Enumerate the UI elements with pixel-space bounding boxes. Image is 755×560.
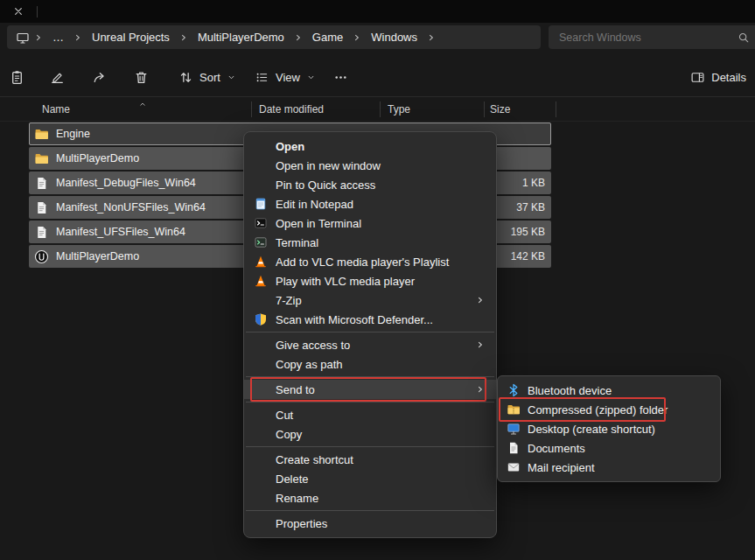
file-name: MultiPlayerDemo xyxy=(56,250,139,262)
column-headers: Name Date modified Type Size xyxy=(0,98,755,122)
paste-button[interactable] xyxy=(2,62,31,92)
search-input[interactable] xyxy=(549,32,738,44)
menu-item-label: Terminal xyxy=(276,236,318,249)
menu-item-open[interactable]: Open xyxy=(244,136,496,156)
column-header-name[interactable]: Name xyxy=(42,103,70,116)
menu-item-compressed-zipped-folder[interactable]: Compressed (zipped) folder xyxy=(498,400,720,419)
menu-item-documents[interactable]: Documents xyxy=(498,438,720,458)
ellipsis-icon xyxy=(333,70,348,85)
menu-item-edit-in-notepad[interactable]: Edit in Notepad xyxy=(244,194,496,214)
breadcrumb-item-windows[interactable]: Windows xyxy=(366,31,423,44)
zip-folder-icon xyxy=(507,402,521,416)
rename-button[interactable] xyxy=(42,62,72,92)
menu-item-7-zip[interactable]: 7-Zip xyxy=(244,290,496,310)
breadcrumb-item-unreal-projects[interactable]: Unreal Projects xyxy=(87,31,175,44)
file-icon xyxy=(34,176,49,191)
file-icon xyxy=(34,200,49,215)
menu-item-properties[interactable]: Properties xyxy=(244,514,496,533)
chevron-right-icon[interactable] xyxy=(73,32,83,43)
menu-item-bluetooth-device[interactable]: Bluetooth device xyxy=(498,381,720,400)
menu-item-play-with-vlc-media-player[interactable]: Play with VLC media player xyxy=(244,271,496,290)
unreal-icon xyxy=(34,249,49,264)
address-row: … Unreal ProjectsMultiPlayerDemoGameWind… xyxy=(0,23,755,51)
chevron-right-icon[interactable] xyxy=(178,32,189,43)
chevron-right-icon[interactable] xyxy=(426,32,437,43)
column-header-type[interactable]: Type xyxy=(388,103,410,116)
trash-icon xyxy=(134,70,149,85)
document-icon xyxy=(507,441,521,455)
terminal2-icon xyxy=(254,235,268,249)
menu-separator xyxy=(246,510,494,511)
menu-item-label: Compressed (zipped) folder xyxy=(528,403,668,416)
chevron-down-icon xyxy=(227,73,236,82)
terminal-icon xyxy=(254,216,268,230)
delete-button[interactable] xyxy=(126,62,156,92)
paste-icon xyxy=(10,70,24,85)
context-menu: OpenOpen in new windowPin to Quick acces… xyxy=(243,131,497,538)
vlc-icon xyxy=(254,255,268,269)
menu-item-label: Copy xyxy=(276,428,302,441)
menu-separator xyxy=(246,332,494,332)
menu-item-give-access-to[interactable]: Give access to xyxy=(244,335,496,354)
more-options-button[interactable] xyxy=(325,62,355,92)
menu-item-create-shortcut[interactable]: Create shortcut xyxy=(244,450,496,469)
menu-item-send-to[interactable]: Send to xyxy=(244,380,496,399)
file-size: 195 KB xyxy=(511,226,545,238)
menu-item-copy-as-path[interactable]: Copy as path xyxy=(244,354,496,374)
breadcrumb-item-game[interactable]: Game xyxy=(307,31,348,44)
menu-item-copy[interactable]: Copy xyxy=(244,424,496,444)
folder-icon xyxy=(34,127,49,142)
menu-item-label: Open in Terminal xyxy=(276,217,361,230)
search-icon[interactable] xyxy=(738,32,750,44)
menu-item-delete[interactable]: Delete xyxy=(244,469,496,488)
menu-item-terminal[interactable]: Terminal xyxy=(244,233,496,252)
menu-item-label: Mail recipient xyxy=(528,461,595,474)
menu-item-label: Copy as path xyxy=(276,358,343,371)
file-icon xyxy=(34,225,49,240)
file-name: Manifest_DebugFiles_Win64 xyxy=(56,177,196,189)
breadcrumb-items: Unreal ProjectsMultiPlayerDemoGameWindow… xyxy=(87,31,440,44)
folder-icon xyxy=(34,151,49,166)
menu-item-label: Desktop (create shortcut) xyxy=(528,423,655,436)
column-separator[interactable] xyxy=(380,102,381,117)
menu-item-label: Edit in Notepad xyxy=(276,198,353,211)
notepad-icon xyxy=(254,197,268,211)
chevron-down-icon xyxy=(306,73,316,82)
column-header-date-modified[interactable]: Date modified xyxy=(259,103,324,116)
menu-item-label: Cut xyxy=(276,409,293,422)
defender-shield-icon xyxy=(254,312,268,326)
breadcrumb-ellipsis[interactable]: … xyxy=(47,31,69,44)
breadcrumb[interactable]: … Unreal ProjectsMultiPlayerDemoGameWind… xyxy=(7,25,541,49)
chevron-right-icon[interactable] xyxy=(33,32,44,43)
column-header-size[interactable]: Size xyxy=(490,103,510,116)
details-label: Details xyxy=(711,71,746,84)
file-explorer-window: { "address_bar": { "ellipsis": "…", "bre… xyxy=(0,0,755,560)
menu-item-desktop-create-shortcut[interactable]: Desktop (create shortcut) xyxy=(498,419,720,438)
column-separator[interactable] xyxy=(484,102,485,117)
chevron-right-icon[interactable] xyxy=(352,32,362,43)
tab-close-icon[interactable] xyxy=(12,5,24,18)
column-separator[interactable] xyxy=(251,102,252,117)
chevron-right-icon[interactable] xyxy=(293,32,304,43)
sort-button[interactable]: Sort xyxy=(171,62,243,92)
menu-item-label: Open in new window xyxy=(276,159,381,172)
view-button[interactable]: View xyxy=(248,62,323,92)
column-separator[interactable] xyxy=(556,102,556,117)
menu-item-rename[interactable]: Rename xyxy=(244,488,496,508)
menu-item-cut[interactable]: Cut xyxy=(244,405,496,424)
share-button[interactable] xyxy=(84,62,114,92)
menu-item-pin-to-quick-access[interactable]: Pin to Quick access xyxy=(244,175,496,194)
menu-separator xyxy=(246,446,494,447)
menu-item-open-in-terminal[interactable]: Open in Terminal xyxy=(244,214,496,233)
menu-item-label: Delete xyxy=(276,472,309,486)
menu-item-scan-with-microsoft-defender[interactable]: Scan with Microsoft Defender... xyxy=(244,310,496,329)
search-box[interactable] xyxy=(549,25,755,49)
menu-item-mail-recipient[interactable]: Mail recipient xyxy=(498,458,720,477)
submenu-chevron-icon xyxy=(475,340,486,350)
this-pc-icon[interactable] xyxy=(16,31,30,45)
menu-item-open-in-new-window[interactable]: Open in new window xyxy=(244,156,496,175)
menu-item-add-to-vlc-media-player-s-playlist[interactable]: Add to VLC media player's Playlist xyxy=(244,252,496,271)
file-name: Engine xyxy=(56,128,90,140)
details-button[interactable]: Details xyxy=(683,62,753,92)
breadcrumb-item-multiplayerdemo[interactable]: MultiPlayerDemo xyxy=(192,31,290,44)
